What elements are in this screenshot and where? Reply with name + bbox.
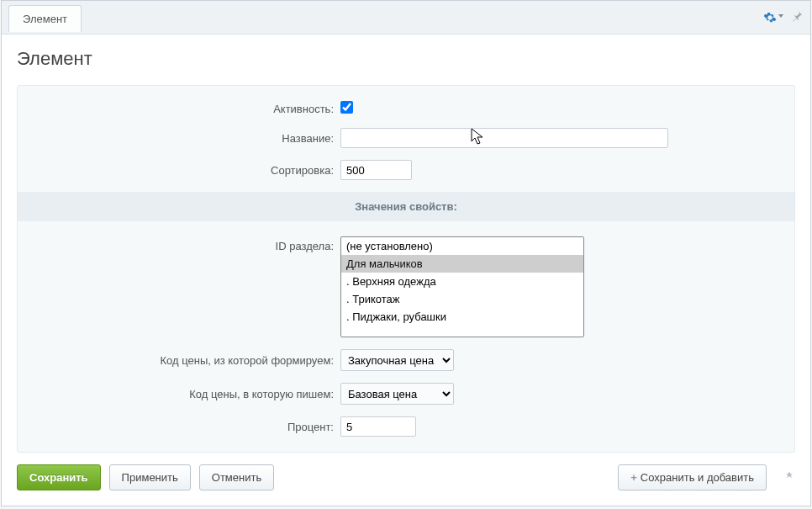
section-id-listbox[interactable]: (не установлено)Для мальчиков. Верхняя о…: [340, 236, 584, 337]
page-title: Элемент: [17, 48, 795, 70]
pin-icon[interactable]: [790, 9, 804, 25]
name-input[interactable]: [340, 128, 668, 148]
settings-gear-icon[interactable]: [763, 11, 783, 24]
pin-bottom-icon[interactable]: [783, 470, 795, 485]
plus-icon: +: [630, 471, 637, 484]
tab-label: Элемент: [23, 13, 67, 25]
tab-bar: Элемент: [2, 1, 810, 34]
percent-input[interactable]: [340, 416, 416, 437]
label-price-from: Код цены, из которой формируем:: [29, 354, 340, 367]
price-to-select[interactable]: Базовая цена: [340, 383, 454, 405]
save-and-add-button[interactable]: +Сохранить и добавить: [618, 464, 767, 490]
label-section-id: ID раздела:: [29, 236, 340, 252]
active-checkbox[interactable]: [340, 101, 353, 114]
save-and-add-label: Сохранить и добавить: [641, 471, 754, 484]
sort-input[interactable]: [340, 160, 412, 180]
button-bar: Сохранить Применить Отменить +Сохранить …: [17, 464, 795, 490]
section-header: Значения свойств:: [18, 192, 794, 221]
tab-element[interactable]: Элемент: [8, 5, 82, 32]
apply-button[interactable]: Применить: [109, 464, 191, 490]
label-sort: Сортировка:: [29, 164, 340, 177]
label-price-to: Код цены, в которую пишем:: [29, 388, 340, 400]
price-from-select[interactable]: Закупочная цена: [340, 349, 454, 371]
label-active: Активность:: [29, 103, 340, 115]
label-percent: Процент:: [29, 421, 340, 433]
cancel-button[interactable]: Отменить: [199, 464, 274, 490]
caret-down-icon: [778, 14, 783, 18]
save-button[interactable]: Сохранить: [17, 464, 101, 490]
label-name: Название:: [29, 132, 340, 145]
form-panel: Активность: Название: Сортировка: Значен…: [17, 85, 795, 453]
